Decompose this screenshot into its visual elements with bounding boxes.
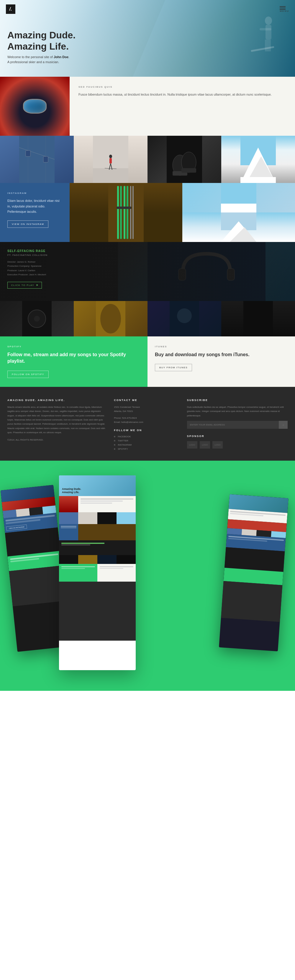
music-photo-4 bbox=[221, 301, 295, 336]
device-left-cell3 bbox=[29, 507, 43, 516]
sponsor-logo-1: LOGO bbox=[187, 441, 197, 449]
subscribe-email-input[interactable] bbox=[187, 421, 279, 429]
dcs-2 bbox=[78, 555, 97, 564]
device-center-photogrid bbox=[59, 512, 136, 524]
play-button[interactable]: CLICK TO PLAY bbox=[7, 282, 42, 289]
svg-rect-30 bbox=[120, 186, 122, 239]
ski-lift-photo bbox=[0, 136, 74, 183]
mountain2-photo bbox=[182, 212, 295, 242]
music-track-title: SELF-EFFACING RAGE bbox=[7, 249, 67, 253]
footer-contact-heading: CONTACT ME bbox=[114, 399, 181, 402]
music-photo-3 bbox=[148, 301, 221, 336]
footer-follow-heading: FOLLOW ME ON bbox=[114, 429, 181, 432]
svg-rect-37 bbox=[221, 204, 256, 212]
music-producer: Producer: Laura V. Carlton bbox=[7, 269, 67, 273]
subscribe-submit-button[interactable]: → bbox=[279, 421, 288, 429]
footer-spotify-link[interactable]: SPOTIFY bbox=[114, 448, 181, 450]
dc-music-title bbox=[61, 542, 105, 544]
device-center-header: Amazing Dude.Amazing Life. bbox=[59, 476, 136, 496]
dc-cell1 bbox=[59, 512, 78, 524]
device-right-footer bbox=[221, 581, 282, 622]
footer-inner: AMAZING DUDE. AMAZING LIFE. Mauris ornar… bbox=[0, 399, 295, 452]
itunes-block: ITUNES Buy and download my songs from iT… bbox=[148, 336, 295, 387]
menu-toggle[interactable]: MENU bbox=[280, 6, 289, 13]
skier-field-illustration bbox=[74, 136, 148, 183]
hero-title: Amazing Dude. Amazing Life. bbox=[7, 30, 76, 52]
svg-rect-6 bbox=[19, 136, 55, 183]
mockup-section: VIEW ON INSTAGRAM Amazing Dude.Amazing L… bbox=[0, 461, 295, 691]
ski-boots-photo bbox=[148, 136, 221, 183]
footer-sponsor-heading: SPONSOR bbox=[187, 435, 288, 438]
music-photo-strip bbox=[0, 301, 295, 336]
device-center-footer bbox=[59, 582, 136, 641]
device-left-footer bbox=[9, 566, 65, 606]
svg-rect-13 bbox=[93, 168, 128, 183]
dc-spotify bbox=[59, 564, 97, 582]
site-logo[interactable]: /. bbox=[6, 5, 15, 14]
dc-itunes-line2 bbox=[100, 568, 123, 569]
svg-rect-51 bbox=[243, 301, 273, 336]
svg-rect-11 bbox=[43, 156, 48, 162]
sponsor-logos-row: LOGO LOGO LOGO bbox=[187, 441, 288, 449]
svg-rect-23 bbox=[181, 168, 196, 173]
dcs-3 bbox=[97, 555, 117, 564]
music-content: SELF-EFFACING RAGE FT. FASCINATING COLLI… bbox=[0, 242, 74, 301]
facebook-dot-icon bbox=[114, 436, 115, 438]
info-section: SED FAUCIBUS QUIS Fusce bibendum luctus … bbox=[0, 77, 295, 136]
music-photo-2 bbox=[74, 301, 148, 336]
device-center-info bbox=[59, 496, 136, 512]
skis-photo bbox=[70, 183, 182, 242]
instagram-text-block: INSTAGRAM Etiam lacus dolor, tincidunt v… bbox=[0, 183, 70, 242]
snow-photo bbox=[182, 183, 295, 212]
footer-address-2: Atlanta, GA 70321 bbox=[114, 409, 181, 414]
svg-point-50 bbox=[177, 309, 192, 323]
device-right bbox=[219, 494, 289, 652]
dcs-4 bbox=[117, 555, 136, 564]
instagram-label: INSTAGRAM bbox=[7, 192, 62, 194]
music-section: SELF-EFFACING RAGE FT. FASCINATING COLLI… bbox=[0, 242, 295, 301]
spotify-block: SPOTIFY Follow me, stream and add my son… bbox=[0, 336, 148, 387]
footer-facebook-link[interactable]: FACEBOOK bbox=[114, 435, 181, 438]
dc-music-subtitle bbox=[61, 544, 90, 545]
music-track-subtitle: FT. FASCINATING COLLISION bbox=[7, 254, 67, 256]
footer-address-1: 1521 Condenser Terrace bbox=[114, 405, 181, 409]
hamburger-icon[interactable] bbox=[280, 6, 289, 10]
goggle-overlay bbox=[0, 77, 70, 136]
instagram-section: INSTAGRAM Etiam lacus dolor, tincidunt v… bbox=[0, 183, 295, 242]
dc-cell4 bbox=[117, 512, 136, 524]
footer: AMAZING DUDE. AMAZING LIFE. Mauris ornar… bbox=[0, 387, 295, 461]
svg-rect-29 bbox=[117, 186, 119, 239]
photo-grid bbox=[0, 136, 295, 183]
instagram-button[interactable]: VIEW ON INSTAGRAM bbox=[7, 220, 48, 228]
svg-point-14 bbox=[109, 154, 112, 158]
footer-subscribe-col: SUBSCRIBE Duis sollicitudin facilisis du… bbox=[187, 399, 288, 452]
hero-content: Amazing Dude. Amazing Life. Welcome to t… bbox=[7, 30, 76, 65]
spotify-label: SPOTIFY bbox=[7, 345, 140, 348]
device-center-title: Amazing Dude.Amazing Life. bbox=[62, 487, 81, 494]
skis-illustration bbox=[70, 183, 182, 242]
dr-cell3 bbox=[256, 530, 271, 537]
svg-rect-32 bbox=[127, 186, 128, 239]
footer-copyright: ©2014. ALL RIGHTS RESERVED. bbox=[7, 438, 108, 442]
spotify-button[interactable]: FOLLOW ON SPOTIFY bbox=[7, 371, 49, 378]
footer-phone: Phone: 524-475-6924 bbox=[114, 416, 181, 420]
footer-twitter-link[interactable]: TWITTER bbox=[114, 439, 181, 442]
main-nav: /. MENU bbox=[0, 5, 295, 14]
footer-brand-col: AMAZING DUDE. AMAZING LIFE. Mauris ornar… bbox=[7, 399, 108, 452]
music-exec-producer: Executive Producer: Jack H. Meckert bbox=[7, 273, 67, 277]
music-production: Production Company: Sparanow bbox=[7, 264, 67, 268]
itunes-button[interactable]: BUY FROM ITUNES bbox=[155, 364, 192, 371]
device-center-instagram bbox=[59, 524, 136, 540]
device-left-cell4 bbox=[42, 506, 56, 514]
footer-instagram-link[interactable]: INSTAGRAM bbox=[114, 444, 181, 446]
device-center: Amazing Dude.Amazing Life. bbox=[59, 476, 136, 670]
info-body: Fusce bibendum luctus massa, ut tincidun… bbox=[78, 92, 286, 97]
dc-instagram-text bbox=[59, 524, 78, 540]
dc-itunes-line1 bbox=[100, 566, 133, 567]
music-credits: Director: James G. Rohner Production Com… bbox=[7, 260, 67, 277]
music-photo-2-visual bbox=[74, 301, 148, 336]
dc-ig-line1 bbox=[61, 526, 76, 527]
device-center-line3 bbox=[81, 503, 112, 504]
svg-point-46 bbox=[34, 316, 40, 321]
footer-contact-col: CONTACT ME 1521 Condenser Terrace Atlant… bbox=[114, 399, 181, 452]
